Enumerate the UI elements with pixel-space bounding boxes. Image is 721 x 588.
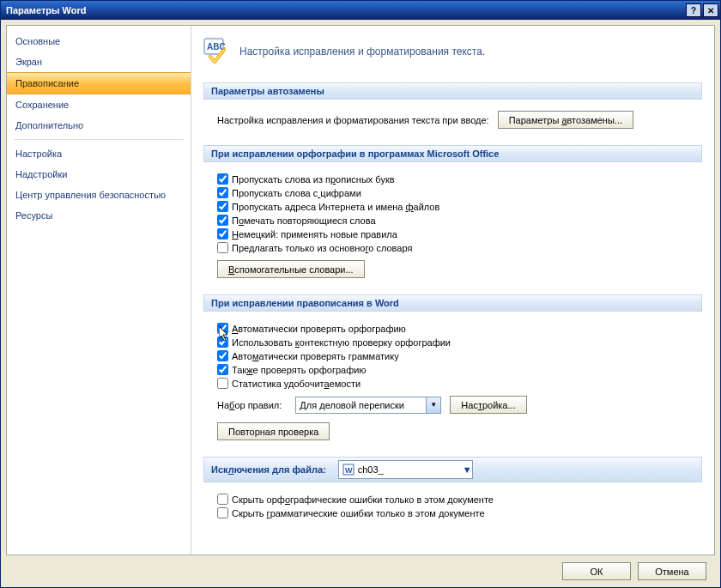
sidebar-item-proofing[interactable]: Правописание: [7, 72, 191, 94]
sidebar-item-customize[interactable]: Настройка: [7, 143, 191, 164]
checkbox-row: Автоматически проверять орфографию: [217, 323, 695, 334]
checkbox-label[interactable]: Помечать повторяющиеся слова: [232, 215, 376, 226]
checkbox-label[interactable]: Пропускать слова из прописных букв: [232, 174, 395, 185]
proofing-icon: ABC: [203, 38, 231, 65]
dropdown-arrow-icon[interactable]: ▼: [426, 397, 440, 413]
checkbox[interactable]: [217, 494, 228, 505]
checkbox-label[interactable]: Скрыть орфографические ошибки только в э…: [232, 494, 494, 505]
dialog-footer: ОК Отмена: [6, 555, 715, 582]
page-header: ABC Настройка исправления и форматирован…: [203, 33, 702, 76]
checkbox-row: Статистика удобочитаемости: [217, 378, 695, 389]
sidebar-item-resources[interactable]: Ресурсы: [7, 205, 191, 226]
checkbox-label[interactable]: Немецкий: применять новые правила: [232, 229, 397, 239]
checkbox-row: Использовать контекстную проверку орфогр…: [217, 336, 695, 348]
checkbox-label[interactable]: Предлагать только из основного словаря: [232, 243, 412, 253]
section-office-spell-header: При исправлении орфографии в программах …: [203, 145, 702, 162]
checkbox-label[interactable]: Также проверять орфографию: [232, 365, 367, 375]
checkbox-label[interactable]: Использовать контекстную проверку орфогр…: [232, 337, 451, 348]
cursor-icon: [219, 326, 231, 342]
dialog-body: Основные Экран Правописание Сохранение Д…: [1, 20, 720, 587]
checkbox[interactable]: [217, 173, 228, 185]
word-doc-icon: W: [342, 463, 355, 476]
exceptions-label: Исключения для файла:: [211, 464, 326, 475]
page-header-text: Настройка исправления и форматирования т…: [239, 45, 485, 58]
checkbox-row: Скрыть орфографические ошибки только в э…: [217, 494, 695, 505]
custom-dictionaries-button[interactable]: Вспомогательные словари...: [217, 260, 365, 278]
checkbox-row: Также проверять орфографию: [217, 364, 695, 375]
titlebar[interactable]: Параметры Word ? ✕: [1, 1, 720, 20]
word-options-dialog: Параметры Word ? ✕ Основные Экран Правоп…: [0, 0, 721, 588]
sidebar-item-main[interactable]: Основные: [7, 31, 191, 52]
checkbox[interactable]: [217, 187, 228, 198]
checkbox[interactable]: [217, 364, 228, 375]
sidebar-item-save[interactable]: Сохранение: [7, 94, 191, 115]
checkbox-row: Пропускать слова из прописных букв: [217, 173, 695, 185]
ok-button[interactable]: ОК: [562, 562, 631, 580]
checkbox[interactable]: [217, 350, 228, 361]
checkbox-row: Автоматически проверять грамматику: [217, 350, 695, 361]
cancel-button[interactable]: Отмена: [638, 562, 706, 580]
sidebar-item-display[interactable]: Экран: [7, 52, 191, 72]
section-exceptions-header: Исключения для файла: W ch03_ ▼: [203, 457, 702, 482]
office-spell-options: Пропускать слова из прописных буквПропус…: [203, 162, 702, 288]
exceptions-options: Скрыть орфографические ошибки только в э…: [203, 482, 702, 528]
checkbox[interactable]: [217, 228, 228, 239]
sidebar-item-advanced[interactable]: Дополнительно: [7, 115, 191, 136]
grammar-settings-button[interactable]: Настройка...: [450, 396, 526, 414]
sidebar-separator: [14, 139, 184, 140]
ruleset-select[interactable]: Для деловой переписки ▼: [295, 397, 441, 414]
svg-text:W: W: [345, 466, 353, 475]
checkbox-row: Пропускать адреса Интернета и имена файл…: [217, 201, 695, 212]
sidebar-item-trustcenter[interactable]: Центр управления безопасностью: [7, 185, 191, 205]
sidebar-item-addins[interactable]: Надстройки: [7, 164, 191, 185]
autocorrect-options-button[interactable]: Параметры автозамены...: [498, 111, 633, 129]
checkbox[interactable]: [217, 215, 228, 226]
checkbox-label[interactable]: Автоматически проверять грамматику: [232, 351, 399, 361]
checkbox-label[interactable]: Автоматически проверять орфографию: [232, 324, 406, 334]
checkbox-row: Немецкий: применять новые правила: [217, 228, 695, 239]
checkbox-label[interactable]: Пропускать слова с цифрами: [232, 188, 361, 198]
content-panel: ABC Настройка исправления и форматирован…: [191, 26, 714, 555]
section-autocorrect-header: Параметры автозамены: [203, 82, 702, 100]
word-spell-options: Автоматически проверять орфографиюИсполь…: [203, 312, 702, 450]
checkbox-row: Скрыть грамматические ошибки только в эт…: [217, 507, 695, 518]
checkbox-row: Помечать повторяющиеся слова: [217, 215, 695, 226]
checkbox[interactable]: [217, 378, 228, 389]
category-sidebar: Основные Экран Правописание Сохранение Д…: [7, 26, 191, 555]
window-title: Параметры Word: [6, 5, 684, 15]
checkbox[interactable]: [217, 507, 228, 518]
checkbox-label[interactable]: Статистика удобочитаемости: [232, 379, 360, 389]
help-button[interactable]: ?: [686, 3, 701, 17]
autocorrect-desc: Настройка исправления и форматирования т…: [217, 115, 489, 125]
close-button[interactable]: ✕: [703, 3, 718, 17]
checkbox-row: Пропускать слова с цифрами: [217, 187, 695, 198]
checkbox[interactable]: [217, 242, 228, 253]
checkbox-row: Предлагать только из основного словаря: [217, 242, 695, 253]
checkbox-label[interactable]: Пропускать адреса Интернета и имена файл…: [232, 202, 439, 212]
recheck-button[interactable]: Повторная проверка: [217, 422, 330, 440]
checkbox[interactable]: [217, 201, 228, 212]
ruleset-label: Набор правил:: [217, 400, 282, 410]
checkbox-label[interactable]: Скрыть грамматические ошибки только в эт…: [232, 508, 485, 518]
exceptions-file-select[interactable]: W ch03_ ▼: [338, 460, 473, 479]
section-word-spell-header: При исправлении правописания в Word: [203, 294, 702, 312]
dropdown-arrow-icon[interactable]: ▼: [463, 464, 472, 475]
